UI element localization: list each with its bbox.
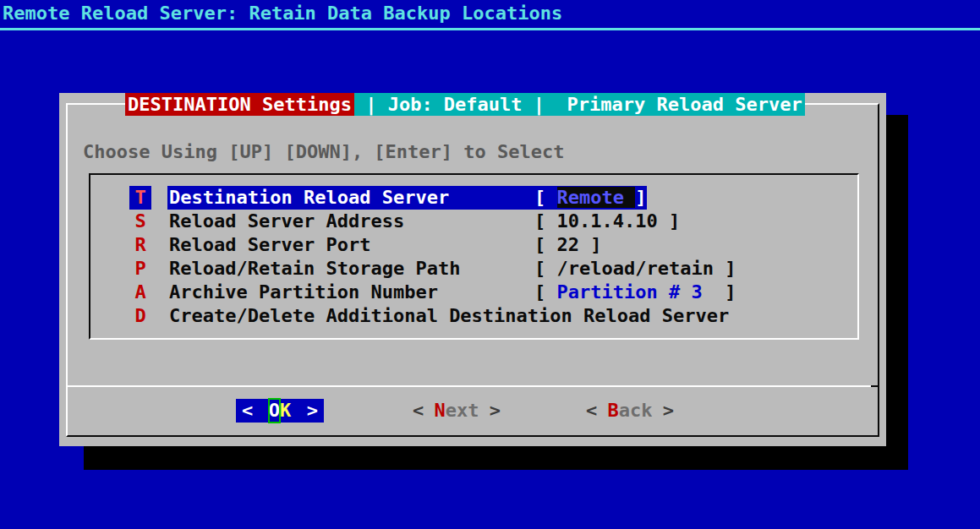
hotkey-letter: D xyxy=(129,304,151,328)
right-angle-icon: > xyxy=(307,399,318,423)
instructions-text: Choose Using [UP] [DOWN], [Enter] to Sel… xyxy=(83,140,565,164)
hotkey-letter: A xyxy=(129,281,151,304)
value-bracket-close: ] xyxy=(703,281,736,303)
menu-item-label: Reload/Retain Storage Path xyxy=(169,257,460,281)
menu-item-label: Archive Partition Number xyxy=(169,281,438,304)
separator-end-cap xyxy=(871,385,879,387)
value-bracket-open: [ xyxy=(534,281,557,303)
menu-item-create-delete-server[interactable]: D Create/Delete Additional Destination R… xyxy=(90,304,857,328)
value-bracket-close: ] xyxy=(635,187,646,208)
terminal-screen: Remote Reload Server: Retain Data Backup… xyxy=(0,0,980,529)
dialog-title-job-server: | Job: Default | Primary Reload Server xyxy=(354,93,805,116)
left-angle-icon: < xyxy=(413,399,424,423)
menu-item-archive-partition[interactable]: A Archive Partition Number [ Partition #… xyxy=(90,281,857,304)
settings-dialog: DESTINATION Settings | Job: Default | Pr… xyxy=(59,93,886,446)
hotkey-letter: T xyxy=(129,186,151,210)
value-text: Partition # 3 xyxy=(557,281,703,303)
menu-item-value: [ 10.1.4.10 ] xyxy=(534,210,680,233)
value-bracket-open: [ xyxy=(534,187,557,208)
menu-item-label: Create/Delete Additional Destination Rel… xyxy=(169,304,729,328)
menu-item-value: [ Partition # 3 ] xyxy=(534,281,736,304)
menu-item-reload-server-port[interactable]: R Reload Server Port [ 22 ] xyxy=(90,233,857,257)
right-angle-icon: > xyxy=(663,399,674,423)
menu-item-value: [ 22 ] xyxy=(534,233,601,257)
menu-item-destination-reload-server[interactable]: T Destination Reload Server [ Remote ] xyxy=(90,186,857,210)
menu-item-label: Reload Server Port xyxy=(169,233,370,257)
back-button-label: Back xyxy=(608,399,653,423)
hotkey-letter: S xyxy=(129,210,151,233)
menu-item-value: [ /reload/retain ] xyxy=(534,257,736,281)
right-angle-icon: > xyxy=(490,399,501,423)
text-cursor: O xyxy=(269,399,280,423)
back-button[interactable]: < Back > xyxy=(586,399,674,423)
window-title: Remote Reload Server: Retain Data Backup… xyxy=(3,1,562,26)
menu-list: T Destination Reload Server [ Remote ] S… xyxy=(89,173,859,340)
dialog-title-destination: DESTINATION Settings xyxy=(125,93,354,116)
next-button-label: Next xyxy=(435,399,479,423)
button-separator xyxy=(66,385,879,387)
ok-button-label: OK xyxy=(269,399,292,423)
menu-item-reload-server-address[interactable]: S Reload Server Address [ 10.1.4.10 ] xyxy=(90,210,857,233)
menu-item-value: [ Remote ] xyxy=(534,186,646,210)
menu-item-storage-path[interactable]: P Reload/Retain Storage Path [ /reload/r… xyxy=(90,257,857,281)
left-angle-icon: < xyxy=(586,399,597,423)
ok-button[interactable]: < OK > xyxy=(236,399,324,423)
left-angle-icon: < xyxy=(242,399,253,423)
menu-item-label: Destination Reload Server xyxy=(169,186,449,210)
title-underline xyxy=(0,28,980,30)
next-button[interactable]: < Next > xyxy=(413,399,501,423)
dialog-title-bar: DESTINATION Settings | Job: Default | Pr… xyxy=(125,93,805,116)
hotkey-letter: P xyxy=(129,257,151,281)
menu-item-label: Reload Server Address xyxy=(169,210,404,233)
value-text: Remote xyxy=(557,187,636,208)
hotkey-letter: R xyxy=(129,233,151,257)
